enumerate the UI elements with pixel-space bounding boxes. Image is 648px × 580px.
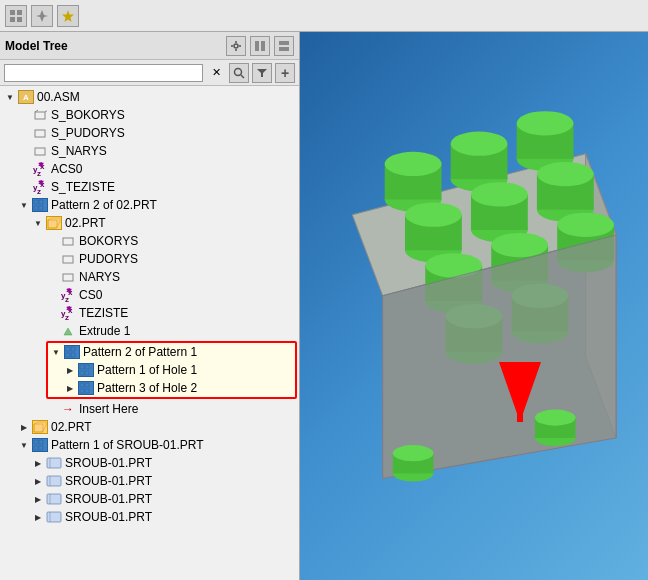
item-label-pudorys: PUDORYS [79,252,138,266]
svg-line-20 [45,110,47,112]
highlight-box: Pattern 2 of Pattern 1 Pattern 1 of Hole… [46,341,297,399]
expander-sroub2[interactable] [32,475,44,487]
item-label-02prt-2: 02.PRT [51,420,91,434]
expand-icon[interactable] [274,36,294,56]
tree-item-pattern3-hole2[interactable]: Pattern 3 of Hole 2 [48,379,295,397]
top-toolbar [0,0,648,32]
svg-rect-64 [39,440,43,444]
search-icon[interactable] [229,63,249,83]
tree-item-sroub3[interactable]: SROUB-01.PRT [0,490,299,508]
item-label-pattern1-hole1: Pattern 1 of Hole 1 [97,363,197,377]
star-icon[interactable] [57,5,79,27]
tree-item-s-bokorys[interactable]: S_BOKORYS [0,106,299,124]
svg-rect-35 [48,220,57,228]
view-icon[interactable] [250,36,270,56]
expander-asm[interactable] [4,91,16,103]
tree-item-asm[interactable]: A 00.ASM [0,88,299,106]
svg-rect-73 [47,512,61,522]
item-label-s-narys: S_NARYS [51,144,107,158]
plane-icon-narys [32,144,48,158]
expander-pattern3-hole2[interactable] [64,382,76,394]
part-icon-sroub3 [46,492,62,506]
expander-02prt[interactable] [32,217,44,229]
model-tree-header: Model Tree [0,32,299,60]
item-label-narys: NARYS [79,270,120,284]
tree-item-02prt[interactable]: 02.PRT [0,214,299,232]
coord-icon-teziste2: y z x ✱ [60,306,76,320]
expander-sroub1[interactable] [32,457,44,469]
expander-pattern1-sroub[interactable] [18,439,30,451]
filter-icon[interactable] [252,63,272,83]
item-label-s-teziste: S_TEZISTE [51,180,115,194]
extrude-icon [60,324,76,338]
expander-pattern2-02prt[interactable] [18,199,30,211]
asm-icon: A [18,90,34,104]
svg-point-6 [234,44,238,48]
svg-marker-4 [36,10,48,22]
svg-rect-58 [85,383,89,387]
svg-rect-33 [34,206,38,210]
plane-icon-bokorys2 [60,234,76,248]
svg-rect-0 [10,10,15,15]
tree-item-s-narys[interactable]: S_NARYS [0,142,299,160]
pin-icon[interactable] [31,5,53,27]
tree-item-acs0[interactable]: y z x ✱ ACS0 [0,160,299,178]
svg-rect-37 [63,238,73,245]
svg-rect-67 [47,458,61,468]
svg-point-106 [557,213,614,237]
tree-item-insert-here[interactable]: → Insert Here [0,400,299,418]
item-label-pattern3-hole2: Pattern 3 of Hole 2 [97,381,197,395]
tree-item-sroub2[interactable]: SROUB-01.PRT [0,472,299,490]
plane-icon-pudorys2 [60,252,76,266]
part-icon-sroub4 [46,510,62,524]
tree-item-pattern1-hole1[interactable]: Pattern 1 of Hole 1 [48,361,295,379]
tree-item-extrude1[interactable]: Extrude 1 [0,322,299,340]
expander-sroub3[interactable] [32,493,44,505]
tree-item-pattern1-sroub[interactable]: Pattern 1 of SROUB-01.PRT [0,436,299,454]
svg-rect-69 [47,476,61,486]
tree-item-02prt-2[interactable]: 02.PRT [0,418,299,436]
tree-item-pudorys[interactable]: PUDORYS [0,250,299,268]
item-label-asm: 00.ASM [37,90,80,104]
svg-text:✱: ✱ [38,162,44,168]
svg-marker-17 [257,69,267,77]
settings-icon[interactable] [226,36,246,56]
model-tree-panel: Model Tree [0,32,300,580]
part-icon-02prt-2 [32,420,48,434]
svg-rect-61 [34,424,43,432]
search-input[interactable] [4,64,203,82]
svg-rect-50 [71,347,75,351]
svg-point-97 [537,162,594,186]
tree-item-sroub4[interactable]: SROUB-01.PRT [0,508,299,526]
svg-point-119 [535,410,576,426]
tree-item-bokorys[interactable]: BOKORYS [0,232,299,250]
add-icon[interactable]: + [275,63,295,83]
svg-text:✱: ✱ [66,288,72,294]
tree-item-pattern2-pattern1[interactable]: Pattern 2 of Pattern 1 [48,343,295,361]
svg-rect-66 [39,446,43,450]
tree-item-s-pudorys[interactable]: S_PUDORYS [0,124,299,142]
tree-item-pattern2-02prt[interactable]: Pattern 2 of 02.PRT [0,196,299,214]
svg-rect-12 [261,41,265,51]
3d-viewport[interactable] [300,32,648,580]
expander-pattern2-pattern1[interactable] [50,346,62,358]
expander-sroub4[interactable] [32,511,44,523]
expander-pattern1-hole1[interactable] [64,364,76,376]
svg-rect-54 [85,365,89,369]
tree-item-narys[interactable]: NARYS [0,268,299,286]
expander-02prt-2[interactable] [18,421,30,433]
grid-icon[interactable] [5,5,27,27]
tree-item-teziste[interactable]: y z x ✱ TEZISTE [0,304,299,322]
plane-icon-narys2 [60,270,76,284]
tree-item-cs0[interactable]: y z x ✱ CS0 [0,286,299,304]
svg-rect-34 [39,206,43,210]
svg-point-85 [451,131,508,155]
item-label-sroub1: SROUB-01.PRT [65,456,152,470]
svg-marker-48 [64,328,72,335]
close-icon[interactable]: ✕ [206,63,226,83]
tree-item-sroub1[interactable]: SROUB-01.PRT [0,454,299,472]
svg-text:✱: ✱ [66,306,72,312]
tree-item-s-teziste[interactable]: y z x ✱ S_TEZISTE [0,178,299,196]
svg-rect-71 [47,494,61,504]
pattern-icon-02prt [32,198,48,212]
